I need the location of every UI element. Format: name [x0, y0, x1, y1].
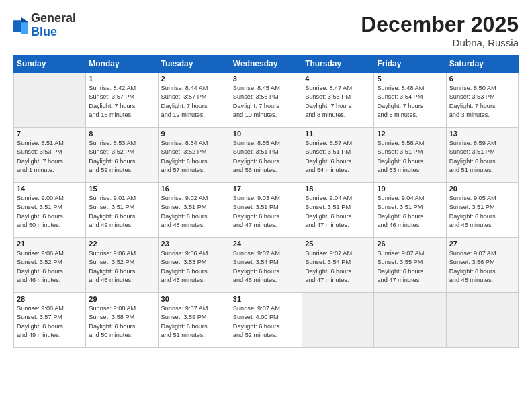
day-number: 22 — [89, 240, 154, 248]
page: General Blue December 2025 Dubna, Russia… — [0, 0, 532, 411]
table-row: 19Sunrise: 9:04 AM Sunset: 3:51 PM Dayli… — [374, 183, 446, 238]
day-number: 31 — [233, 295, 299, 303]
day-info: Sunrise: 9:07 AM Sunset: 3:56 PM Dayligh… — [449, 249, 515, 285]
day-info: Sunrise: 8:54 AM Sunset: 3:52 PM Dayligh… — [161, 139, 227, 175]
day-number: 23 — [161, 240, 227, 248]
day-info: Sunrise: 9:07 AM Sunset: 3:55 PM Dayligh… — [377, 249, 443, 285]
day-info: Sunrise: 9:01 AM Sunset: 3:51 PM Dayligh… — [89, 194, 154, 230]
day-number: 10 — [233, 130, 299, 138]
table-row: 11Sunrise: 8:57 AM Sunset: 3:51 PM Dayli… — [302, 128, 374, 183]
table-row: 8Sunrise: 8:53 AM Sunset: 3:52 PM Daylig… — [86, 128, 158, 183]
day-number: 18 — [305, 185, 371, 193]
day-number: 7 — [17, 130, 83, 138]
col-tuesday: Tuesday — [158, 56, 230, 73]
day-info: Sunrise: 9:06 AM Sunset: 3:53 PM Dayligh… — [161, 249, 227, 285]
day-info: Sunrise: 9:08 AM Sunset: 3:58 PM Dayligh… — [89, 304, 154, 340]
day-number: 28 — [17, 295, 83, 303]
calendar-week-2: 7Sunrise: 8:51 AM Sunset: 3:53 PM Daylig… — [14, 128, 519, 183]
day-info: Sunrise: 8:47 AM Sunset: 3:55 PM Dayligh… — [305, 84, 371, 120]
header: General Blue December 2025 Dubna, Russia — [13, 12, 519, 48]
table-row: 28Sunrise: 9:08 AM Sunset: 3:57 PM Dayli… — [14, 293, 86, 348]
table-row: 22Sunrise: 9:06 AM Sunset: 3:52 PM Dayli… — [86, 238, 158, 293]
logo-text: General Blue — [31, 12, 76, 39]
calendar-table: Sunday Monday Tuesday Wednesday Thursday… — [13, 55, 519, 348]
day-info: Sunrise: 9:06 AM Sunset: 3:52 PM Dayligh… — [89, 249, 154, 285]
table-row — [374, 293, 446, 348]
day-info: Sunrise: 8:55 AM Sunset: 3:51 PM Dayligh… — [233, 139, 299, 175]
table-row: 21Sunrise: 9:06 AM Sunset: 3:52 PM Dayli… — [14, 238, 86, 293]
table-row — [446, 293, 518, 348]
table-row: 29Sunrise: 9:08 AM Sunset: 3:58 PM Dayli… — [86, 293, 158, 348]
col-wednesday: Wednesday — [230, 56, 302, 73]
table-row: 1Sunrise: 8:42 AM Sunset: 3:57 PM Daylig… — [86, 73, 158, 128]
calendar-week-5: 28Sunrise: 9:08 AM Sunset: 3:57 PM Dayli… — [14, 293, 519, 348]
table-row: 24Sunrise: 9:07 AM Sunset: 3:54 PM Dayli… — [230, 238, 302, 293]
day-info: Sunrise: 8:53 AM Sunset: 3:52 PM Dayligh… — [89, 139, 154, 175]
svg-marker-2 — [21, 17, 28, 22]
table-row: 16Sunrise: 9:02 AM Sunset: 3:51 PM Dayli… — [158, 183, 230, 238]
day-number: 25 — [305, 240, 371, 248]
day-info: Sunrise: 9:08 AM Sunset: 3:57 PM Dayligh… — [17, 304, 83, 340]
day-number: 11 — [305, 130, 371, 138]
day-number: 4 — [305, 75, 371, 83]
day-info: Sunrise: 8:50 AM Sunset: 3:53 PM Dayligh… — [449, 84, 515, 120]
table-row: 30Sunrise: 9:07 AM Sunset: 3:59 PM Dayli… — [158, 293, 230, 348]
day-info: Sunrise: 9:00 AM Sunset: 3:51 PM Dayligh… — [17, 194, 83, 230]
logo-icon — [13, 16, 28, 35]
logo-blue: Blue — [31, 26, 76, 39]
table-row: 15Sunrise: 9:01 AM Sunset: 3:51 PM Dayli… — [86, 183, 158, 238]
day-info: Sunrise: 8:44 AM Sunset: 3:57 PM Dayligh… — [161, 84, 227, 120]
day-number: 27 — [449, 240, 515, 248]
col-monday: Monday — [86, 56, 158, 73]
day-info: Sunrise: 9:04 AM Sunset: 3:51 PM Dayligh… — [377, 194, 443, 230]
day-number: 29 — [89, 295, 154, 303]
day-number: 2 — [161, 75, 227, 83]
table-row: 12Sunrise: 8:58 AM Sunset: 3:51 PM Dayli… — [374, 128, 446, 183]
table-row: 2Sunrise: 8:44 AM Sunset: 3:57 PM Daylig… — [158, 73, 230, 128]
table-row: 5Sunrise: 8:48 AM Sunset: 3:54 PM Daylig… — [374, 73, 446, 128]
day-info: Sunrise: 9:07 AM Sunset: 3:54 PM Dayligh… — [233, 249, 299, 285]
day-info: Sunrise: 9:06 AM Sunset: 3:52 PM Dayligh… — [17, 249, 83, 285]
day-info: Sunrise: 8:59 AM Sunset: 3:51 PM Dayligh… — [449, 139, 515, 175]
day-info: Sunrise: 9:07 AM Sunset: 4:00 PM Dayligh… — [233, 304, 299, 340]
table-row: 18Sunrise: 9:04 AM Sunset: 3:51 PM Dayli… — [302, 183, 374, 238]
day-number: 16 — [161, 185, 227, 193]
day-number: 17 — [233, 185, 299, 193]
logo: General Blue — [13, 12, 76, 39]
day-number: 19 — [377, 185, 443, 193]
day-number: 8 — [89, 130, 154, 138]
calendar-week-4: 21Sunrise: 9:06 AM Sunset: 3:52 PM Dayli… — [14, 238, 519, 293]
day-number: 20 — [449, 185, 515, 193]
logo-general: General — [31, 12, 76, 26]
table-row: 9Sunrise: 8:54 AM Sunset: 3:52 PM Daylig… — [158, 128, 230, 183]
month-title: December 2025 — [361, 12, 519, 37]
day-number: 12 — [377, 130, 443, 138]
day-number: 5 — [377, 75, 443, 83]
table-row: 10Sunrise: 8:55 AM Sunset: 3:51 PM Dayli… — [230, 128, 302, 183]
day-number: 9 — [161, 130, 227, 138]
location-subtitle: Dubna, Russia — [361, 37, 519, 48]
day-info: Sunrise: 9:02 AM Sunset: 3:51 PM Dayligh… — [161, 194, 227, 230]
table-row: 4Sunrise: 8:47 AM Sunset: 3:55 PM Daylig… — [302, 73, 374, 128]
table-row — [302, 293, 374, 348]
title-block: December 2025 Dubna, Russia — [361, 12, 519, 48]
table-row: 13Sunrise: 8:59 AM Sunset: 3:51 PM Dayli… — [446, 128, 518, 183]
table-row: 3Sunrise: 8:45 AM Sunset: 3:56 PM Daylig… — [230, 73, 302, 128]
table-row: 20Sunrise: 9:05 AM Sunset: 3:51 PM Dayli… — [446, 183, 518, 238]
table-row: 25Sunrise: 9:07 AM Sunset: 3:54 PM Dayli… — [302, 238, 374, 293]
table-row: 26Sunrise: 9:07 AM Sunset: 3:55 PM Dayli… — [374, 238, 446, 293]
day-number: 15 — [89, 185, 154, 193]
table-row: 17Sunrise: 9:03 AM Sunset: 3:51 PM Dayli… — [230, 183, 302, 238]
header-row: Sunday Monday Tuesday Wednesday Thursday… — [14, 56, 519, 73]
day-number: 30 — [161, 295, 227, 303]
day-number: 26 — [377, 240, 443, 248]
day-number: 3 — [233, 75, 299, 83]
col-saturday: Saturday — [446, 56, 518, 73]
table-row: 27Sunrise: 9:07 AM Sunset: 3:56 PM Dayli… — [446, 238, 518, 293]
calendar-week-1: 1Sunrise: 8:42 AM Sunset: 3:57 PM Daylig… — [14, 73, 519, 128]
day-info: Sunrise: 9:07 AM Sunset: 3:54 PM Dayligh… — [305, 249, 371, 285]
table-row: 14Sunrise: 9:00 AM Sunset: 3:51 PM Dayli… — [14, 183, 86, 238]
table-row: 31Sunrise: 9:07 AM Sunset: 4:00 PM Dayli… — [230, 293, 302, 348]
day-info: Sunrise: 9:07 AM Sunset: 3:59 PM Dayligh… — [161, 304, 227, 340]
day-info: Sunrise: 9:03 AM Sunset: 3:51 PM Dayligh… — [233, 194, 299, 230]
